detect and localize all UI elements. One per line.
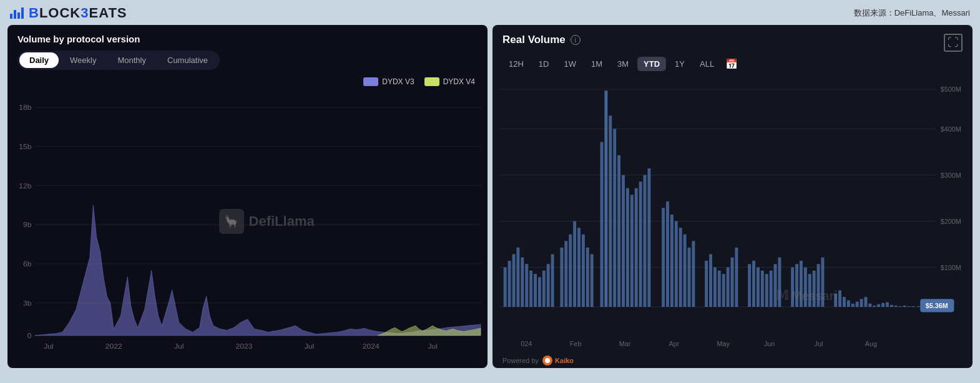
left-chart-svg: 18b 15b 12b 9b 6b 3b 0 Jul 2022 Jul 2023… bbox=[7, 75, 488, 368]
right-chart-area: $500M $400M $300M $200M $100M bbox=[492, 76, 973, 353]
left-chart-header: Volume by protocol version Daily Weekly … bbox=[7, 25, 488, 75]
logo: BLOCK3EATS bbox=[10, 5, 127, 21]
svg-rect-56 bbox=[617, 155, 620, 307]
svg-rect-42 bbox=[547, 264, 550, 307]
svg-rect-49 bbox=[582, 235, 585, 307]
svg-rect-48 bbox=[577, 228, 581, 307]
svg-rect-37 bbox=[525, 264, 528, 307]
svg-text:9b: 9b bbox=[23, 221, 32, 229]
svg-rect-79 bbox=[735, 248, 738, 307]
svg-rect-51 bbox=[590, 254, 594, 307]
svg-rect-65 bbox=[666, 201, 669, 307]
info-icon[interactable]: i bbox=[571, 35, 581, 45]
svg-rect-101 bbox=[856, 302, 859, 307]
charts-container: Volume by protocol version Daily Weekly … bbox=[0, 25, 980, 376]
svg-text:Feb: Feb bbox=[570, 340, 582, 347]
svg-rect-113 bbox=[907, 306, 910, 307]
svg-rect-73 bbox=[709, 254, 712, 307]
svg-rect-40 bbox=[538, 277, 541, 307]
time-btn-ytd[interactable]: YTD bbox=[637, 57, 666, 71]
time-btn-12h[interactable]: 12H bbox=[502, 57, 530, 71]
svg-text:024: 024 bbox=[521, 340, 532, 347]
svg-text:15b: 15b bbox=[19, 142, 32, 150]
svg-rect-34 bbox=[512, 254, 516, 307]
svg-rect-114 bbox=[911, 306, 914, 307]
tab-cumulative[interactable]: Cumulative bbox=[157, 52, 218, 68]
svg-rect-111 bbox=[899, 306, 902, 307]
kaiko-label: Kaiko bbox=[555, 357, 574, 364]
svg-rect-110 bbox=[894, 306, 898, 307]
calendar-icon[interactable]: 📅 bbox=[725, 58, 738, 70]
kaiko-icon bbox=[542, 356, 552, 366]
bar1 bbox=[10, 14, 12, 19]
svg-rect-85 bbox=[770, 271, 773, 307]
svg-rect-106 bbox=[877, 304, 880, 307]
right-chart-panel: Real Volume i ⛶ 12H 1D 1W 1M 3M YTD 1Y A… bbox=[492, 25, 973, 368]
svg-rect-33 bbox=[508, 261, 511, 307]
svg-rect-53 bbox=[604, 90, 607, 307]
svg-rect-100 bbox=[851, 304, 855, 307]
svg-text:Apr: Apr bbox=[669, 340, 679, 347]
svg-text:3b: 3b bbox=[23, 299, 32, 307]
svg-text:Jul: Jul bbox=[815, 340, 823, 347]
svg-text:$100M: $100M bbox=[941, 263, 961, 271]
svg-text:Jul: Jul bbox=[44, 342, 53, 350]
svg-text:2023: 2023 bbox=[236, 342, 253, 350]
time-btn-1w[interactable]: 1W bbox=[557, 57, 582, 71]
expand-icon[interactable]: ⛶ bbox=[944, 34, 963, 52]
svg-rect-97 bbox=[838, 291, 841, 307]
svg-rect-69 bbox=[684, 235, 687, 307]
time-btn-1d[interactable]: 1D bbox=[532, 57, 556, 71]
svg-rect-72 bbox=[705, 261, 708, 307]
logo-bars-icon bbox=[10, 7, 24, 19]
time-btn-1y[interactable]: 1Y bbox=[669, 57, 691, 71]
svg-rect-68 bbox=[679, 228, 682, 307]
svg-text:Jul: Jul bbox=[305, 342, 314, 350]
svg-text:𝕄 Messari: 𝕄 Messari bbox=[776, 288, 838, 303]
svg-rect-70 bbox=[688, 248, 691, 307]
svg-rect-75 bbox=[718, 271, 721, 307]
svg-text:2024: 2024 bbox=[363, 342, 380, 350]
svg-rect-41 bbox=[542, 271, 546, 307]
svg-text:$300M: $300M bbox=[941, 171, 961, 178]
svg-text:May: May bbox=[717, 340, 730, 347]
svg-rect-105 bbox=[873, 306, 876, 307]
svg-rect-52 bbox=[600, 142, 604, 307]
header: BLOCK3EATS 数据来源：DeFiLlama、Messari bbox=[0, 0, 980, 25]
kaiko-logo: Kaiko bbox=[542, 356, 574, 366]
svg-rect-109 bbox=[890, 305, 893, 307]
svg-rect-45 bbox=[564, 241, 567, 307]
svg-rect-36 bbox=[521, 258, 524, 307]
left-chart-title: Volume by protocol version bbox=[17, 34, 478, 44]
time-btn-all[interactable]: ALL bbox=[693, 57, 720, 71]
svg-rect-82 bbox=[757, 268, 760, 307]
svg-rect-62 bbox=[644, 175, 647, 307]
powered-by-row: Powered by Kaiko bbox=[492, 353, 973, 368]
svg-rect-107 bbox=[881, 303, 884, 307]
time-btn-1m[interactable]: 1M bbox=[585, 57, 609, 71]
svg-rect-83 bbox=[761, 271, 764, 307]
svg-rect-64 bbox=[662, 208, 665, 307]
time-btn-3m[interactable]: 3M bbox=[611, 57, 635, 71]
svg-text:Jul: Jul bbox=[174, 342, 184, 350]
svg-rect-115 bbox=[917, 306, 920, 307]
svg-rect-99 bbox=[847, 300, 850, 307]
logo-text: BLOCK3EATS bbox=[29, 5, 127, 21]
left-chart-area: DYDX V3 DYDX V4 🦙 DefiLlama bbox=[7, 75, 488, 368]
svg-rect-50 bbox=[586, 248, 589, 307]
svg-rect-112 bbox=[903, 306, 906, 307]
tab-weekly[interactable]: Weekly bbox=[60, 52, 106, 68]
svg-text:12b: 12b bbox=[19, 182, 32, 190]
svg-rect-103 bbox=[864, 297, 867, 307]
svg-rect-39 bbox=[534, 274, 537, 307]
svg-rect-74 bbox=[713, 268, 717, 307]
svg-rect-38 bbox=[529, 271, 532, 307]
svg-rect-58 bbox=[626, 188, 629, 307]
svg-text:2022: 2022 bbox=[105, 342, 122, 350]
bar4 bbox=[21, 7, 24, 19]
svg-rect-81 bbox=[752, 261, 755, 307]
svg-text:18b: 18b bbox=[19, 104, 32, 112]
powered-by-text: Powered by bbox=[502, 357, 539, 364]
tab-daily[interactable]: Daily bbox=[19, 52, 59, 68]
tab-monthly[interactable]: Monthly bbox=[107, 52, 156, 68]
